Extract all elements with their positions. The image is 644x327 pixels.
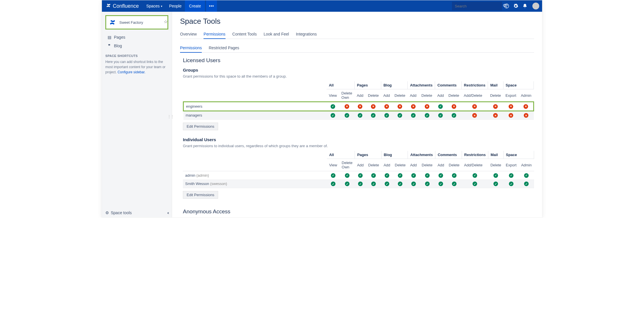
col-delete-own: Delete Own (339, 159, 355, 171)
granted-icon: ✓ (331, 104, 335, 109)
search-input[interactable] (455, 4, 503, 8)
configure-sidebar-link[interactable]: Configure sidebar. (118, 70, 145, 74)
col-add: Add (408, 89, 419, 102)
col-delete: Delete (392, 89, 408, 102)
granted-icon: ✓ (398, 182, 402, 186)
create-button[interactable]: Create (185, 0, 205, 12)
user-avatar[interactable] (532, 3, 539, 9)
perm-cell: ✓ (419, 111, 435, 120)
col-group-attachments: Attachments (408, 151, 435, 159)
denied-icon: ✕ (452, 104, 456, 109)
sidebar-item-pages[interactable]: ▤Pages (105, 33, 168, 42)
sidebar-resize-handle[interactable]: ⋮⋮ (167, 115, 174, 119)
users-permissions-table: AllPagesBlogAttachmentsCommentsRestricti… (183, 151, 534, 188)
page-title: Space Tools (180, 17, 534, 26)
granted-icon: ✓ (411, 182, 416, 186)
denied-icon: ✕ (524, 104, 528, 109)
brand-label: Confluence (113, 3, 139, 9)
denied-icon: ✕ (493, 104, 498, 109)
granted-icon: ✓ (524, 182, 529, 186)
sidebar: Sweet Factory ☆ ▤Pages ❞Blog SPACE SHORT… (102, 12, 172, 217)
granted-icon: ✓ (509, 173, 513, 178)
sidebar-space-tools-link[interactable]: Space tools (111, 210, 132, 215)
col-group-comments: Comments (435, 151, 462, 159)
settings-gear-icon[interactable] (511, 0, 520, 12)
sidebar-item-blog[interactable]: ❞Blog (105, 42, 168, 50)
col-group-mail: Mail (488, 151, 503, 159)
row-label: managers (183, 111, 327, 120)
more-menu-button[interactable]: ••• (206, 0, 217, 12)
perm-cell: ✕ (366, 102, 381, 111)
perm-cell: ✕ (488, 111, 503, 120)
tab-content-tools[interactable]: Content Tools (232, 30, 257, 39)
subtab-restricted-pages[interactable]: Restricted Pages (209, 44, 239, 52)
col-group-all: All (327, 81, 355, 89)
granted-icon: ✓ (509, 182, 513, 186)
granted-icon: ✓ (411, 173, 416, 178)
granted-icon: ✓ (358, 173, 363, 178)
denied-icon: ✕ (472, 113, 477, 118)
col-group-restrictions: Restrictions (462, 151, 488, 159)
denied-icon: ✕ (411, 104, 416, 109)
col-delete: Delete (419, 159, 435, 171)
col-add: Add (381, 89, 392, 102)
subtab-permissions[interactable]: Permissions (180, 44, 202, 53)
perm-cell: ✓ (519, 180, 534, 188)
tab-integrations[interactable]: Integrations (296, 30, 317, 39)
collapse-sidebar-icon[interactable]: ‹‹ (167, 210, 168, 215)
perm-cell: ✓ (366, 180, 382, 188)
perm-cell: ✓ (392, 171, 408, 180)
denied-icon: ✕ (472, 104, 477, 109)
search-input-wrapper[interactable] (452, 2, 502, 10)
col-group-mail: Mail (488, 81, 503, 89)
col-group-blog: Blog (381, 81, 408, 89)
denied-icon: ✕ (345, 104, 349, 109)
granted-icon: ✓ (331, 113, 335, 118)
col-delete: Delete (488, 159, 503, 171)
perm-cell: ✓ (408, 111, 419, 120)
row-label: engineers (183, 102, 327, 111)
col-add-delete: Add/Delete (461, 89, 488, 102)
perm-cell: ✕ (461, 111, 488, 120)
users-heading: Individual Users (183, 137, 534, 142)
granted-icon: ✓ (438, 173, 443, 178)
perm-cell: ✓ (392, 111, 408, 120)
granted-icon: ✓ (452, 113, 456, 118)
nav-people[interactable]: People (166, 0, 185, 12)
users-desc: Grant permissions to individual users, r… (183, 144, 534, 148)
tab-overview[interactable]: Overview (180, 30, 197, 39)
granted-icon: ✓ (331, 182, 335, 186)
help-icon[interactable] (502, 0, 511, 12)
col-delete: Delete (419, 89, 435, 102)
granted-icon: ✓ (385, 173, 389, 178)
tab-permissions[interactable]: Permissions (204, 30, 225, 39)
col-add: Add (354, 89, 366, 102)
perm-cell: ✓ (327, 111, 339, 120)
edit-group-permissions-button[interactable]: Edit Permissions (183, 123, 218, 130)
perm-cell: ✓ (408, 171, 419, 180)
notification-bell-icon[interactable] (520, 0, 530, 12)
granted-icon: ✓ (358, 182, 363, 186)
anonymous-access-heading: Anonymous Access (183, 208, 534, 215)
main-content: Space Tools OverviewPermissionsContent T… (172, 12, 542, 217)
granted-icon: ✓ (452, 173, 457, 178)
space-card[interactable]: Sweet Factory (105, 15, 168, 29)
perm-cell: ✓ (488, 171, 503, 180)
nav-spaces[interactable]: Spaces ▾ (143, 0, 166, 12)
perm-cell: ✕ (503, 102, 519, 111)
brand[interactable]: Confluence (102, 3, 143, 9)
perm-cell: ✓ (339, 180, 355, 188)
gear-icon: ⚙ (105, 210, 109, 215)
edit-user-permissions-button[interactable]: Edit Permissions (183, 191, 218, 199)
star-icon[interactable]: ☆ (164, 19, 168, 24)
col-view: View (327, 89, 339, 102)
perm-cell: ✓ (519, 171, 534, 180)
tab-look-and-feel[interactable]: Look and Feel (264, 30, 289, 39)
denied-icon: ✕ (509, 104, 513, 109)
col-delete: Delete (447, 159, 462, 171)
col-admin: Admin (519, 89, 534, 102)
granted-icon: ✓ (398, 113, 402, 118)
granted-icon: ✓ (345, 113, 349, 118)
granted-icon: ✓ (438, 104, 443, 109)
col-admin: Admin (519, 159, 534, 171)
